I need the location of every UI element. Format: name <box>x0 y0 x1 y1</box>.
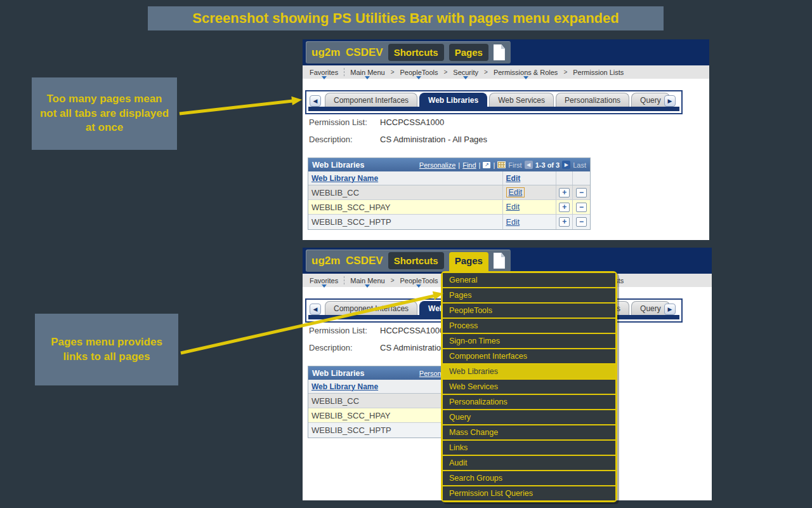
tab-scroll-left-button[interactable]: ◀ <box>310 304 321 315</box>
menu-item-pages[interactable]: Pages <box>443 288 615 302</box>
right-arrow-icon: ▶ <box>668 98 672 104</box>
permission-list-label: Permission List: <box>309 326 367 335</box>
tabs: Component Interfaces Web Libraries Web S… <box>325 93 670 107</box>
description-label: Description: <box>309 135 353 144</box>
ps-utilities-bar: ug2m CSDEV Shortcuts Pages <box>303 248 712 274</box>
left-arrow-icon: ◀ <box>527 162 530 168</box>
remove-row-button[interactable]: − <box>576 203 587 212</box>
popup-arrow-glyph: ↗ <box>485 163 489 168</box>
paging-range: 1-3 of 3 <box>535 161 560 169</box>
arrow-to-tab-strip <box>180 97 302 114</box>
tab-web-services[interactable]: Web Services <box>489 93 554 107</box>
column-edit[interactable]: Edit <box>506 174 521 183</box>
right-arrow-icon: ▶ <box>668 306 672 312</box>
tab-scroll-right-button[interactable]: ▶ <box>664 95 676 107</box>
paging-next-button[interactable]: ▶ <box>562 161 570 169</box>
ps-utilities-box: ug2m CSDEV Shortcuts Pages <box>306 250 511 272</box>
annotation-text: Too many pages mean not all tabs are dis… <box>39 92 169 136</box>
document-icon[interactable] <box>494 44 505 60</box>
breadcrumb-favorites[interactable]: Favorites <box>308 276 339 284</box>
add-row-button[interactable]: + <box>559 203 570 212</box>
grid-title: Web Libraries <box>312 369 364 378</box>
breadcrumb-separator: > <box>484 69 488 76</box>
toolbar-separator: | <box>479 161 481 169</box>
right-arrow-icon: ▶ <box>565 162 568 168</box>
download-grid-icon[interactable] <box>497 161 506 168</box>
breadcrumb-main-menu[interactable]: Main Menu <box>349 276 386 284</box>
remove-row-button[interactable]: − <box>576 188 587 197</box>
add-row-button[interactable]: + <box>559 188 570 197</box>
paging-first-label[interactable]: First <box>508 161 521 169</box>
breadcrumb-favorites[interactable]: Favorites <box>308 68 339 76</box>
grid-title-bar: Web Libraries Personalize | Find | ↗ | F… <box>308 158 590 171</box>
view-all-popup-icon[interactable]: ↗ <box>483 162 490 168</box>
pages-button-active[interactable]: Pages <box>449 252 488 271</box>
pages-button[interactable]: Pages <box>449 44 488 61</box>
paging-last-label[interactable]: Last <box>573 161 586 169</box>
menu-item-permission-list-queries[interactable]: Permission List Queries <box>443 486 615 500</box>
menu-item-general[interactable]: General <box>443 273 615 287</box>
breadcrumb-permission-lists[interactable]: Permission Lists <box>572 68 625 76</box>
tab-web-libraries[interactable]: Web Libraries <box>419 93 487 107</box>
document-icon[interactable] <box>494 253 505 269</box>
page-title: Screenshot showing PS Utilities Bar with… <box>192 10 619 27</box>
pages-dropdown-menu: General Pages PeopleTools Process Sign-o… <box>441 271 617 502</box>
shortcuts-button[interactable]: Shortcuts <box>388 252 444 269</box>
toolbar-separator: | <box>493 161 495 169</box>
column-add <box>556 171 573 185</box>
menu-item-links[interactable]: Links <box>443 441 615 455</box>
ps-utilities-box: ug2m CSDEV Shortcuts Pages <box>306 41 511 64</box>
web-library-name: WEBLIB_SCC_HPAY <box>311 203 391 212</box>
web-library-name: WEBLIB_SCC_HPTP <box>311 217 391 227</box>
left-arrow-icon: ◀ <box>313 98 318 104</box>
menu-item-search-groups[interactable]: Search Groups <box>443 471 615 485</box>
left-arrow-icon: ◀ <box>313 306 318 312</box>
add-row-button[interactable]: + <box>559 217 570 227</box>
column-remove <box>573 171 590 185</box>
annotation-pages-menu: Pages menu provides links to all pages <box>35 314 178 385</box>
find-link[interactable]: Find <box>462 161 476 169</box>
tab-scroll-right-button[interactable]: ▶ <box>664 304 676 315</box>
menu-item-component-interfaces[interactable]: Component Interfaces <box>443 349 615 363</box>
edit-link[interactable]: Edit <box>506 203 520 211</box>
tab-component-interfaces[interactable]: Component Interfaces <box>325 301 417 315</box>
breadcrumb-security[interactable]: Security <box>452 68 480 76</box>
column-web-library-name[interactable]: Web Library Name <box>311 382 378 391</box>
menu-item-personalizations[interactable]: Personalizations <box>443 395 615 409</box>
tab-scroll-left-button[interactable]: ◀ <box>310 95 321 107</box>
tab-underline <box>308 107 679 111</box>
breadcrumb-divider <box>344 276 344 284</box>
breadcrumb-separator: > <box>443 69 447 76</box>
breadcrumb: Favorites Main Menu > PeopleTools > Secu… <box>303 65 709 79</box>
annotation-too-many-tabs: Too many pages mean not all tabs are dis… <box>32 77 177 150</box>
table-row: WEBLIB_CC Edit + − <box>308 185 590 200</box>
menu-item-process[interactable]: Process <box>443 319 615 333</box>
environment-label: ug2m CSDEV <box>311 46 383 59</box>
breadcrumb-peopletools[interactable]: PeopleTools <box>399 276 440 284</box>
page: Screenshot showing PS Utilities Bar with… <box>0 0 812 508</box>
table-row: WEBLIB_SCC_HPAY Edit + − <box>308 200 590 215</box>
menu-item-peopletools[interactable]: PeopleTools <box>443 304 615 318</box>
menu-item-web-services[interactable]: Web Services <box>443 380 615 394</box>
menu-item-query[interactable]: Query <box>443 410 615 424</box>
edit-link[interactable]: Edit <box>506 187 525 197</box>
breadcrumb-main-menu[interactable]: Main Menu <box>349 68 386 76</box>
screenshot-top: ug2m CSDEV Shortcuts Pages Favorites Mai… <box>303 39 709 240</box>
annotation-text: Pages menu provides links to all pages <box>43 335 171 364</box>
menu-item-mass-change[interactable]: Mass Change <box>443 425 615 439</box>
tab-strip: ◀ Component Interfaces Web Libraries Web… <box>305 90 683 114</box>
remove-row-button[interactable]: − <box>576 217 587 227</box>
column-web-library-name[interactable]: Web Library Name <box>311 174 378 183</box>
paging-previous-button[interactable]: ◀ <box>525 161 533 169</box>
tab-personalizations[interactable]: Personalizations <box>556 93 629 107</box>
menu-item-audit[interactable]: Audit <box>443 456 615 470</box>
breadcrumb-permissions-roles[interactable]: Permissions & Roles <box>492 68 559 76</box>
menu-item-web-libraries[interactable]: Web Libraries <box>443 364 615 378</box>
edit-link[interactable]: Edit <box>506 218 520 227</box>
personalize-link[interactable]: Personalize <box>419 161 455 169</box>
breadcrumb-separator: > <box>391 69 395 76</box>
menu-item-sign-on-times[interactable]: Sign-on Times <box>443 334 615 348</box>
shortcuts-button[interactable]: Shortcuts <box>388 44 444 61</box>
tab-component-interfaces[interactable]: Component Interfaces <box>325 93 417 107</box>
breadcrumb-peopletools[interactable]: PeopleTools <box>399 68 440 76</box>
